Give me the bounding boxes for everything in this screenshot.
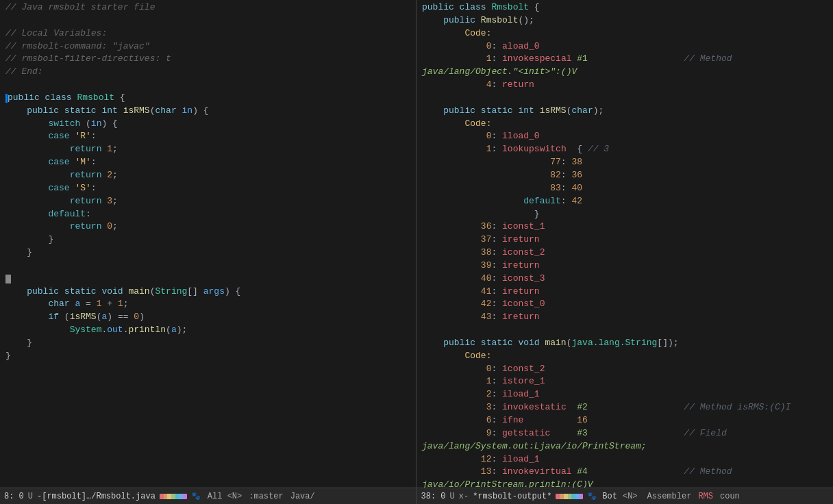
right-filename-prefix: x- <box>459 492 469 501</box>
left-rainbow-bar <box>160 494 187 499</box>
left-icon: 🐾 <box>191 492 201 501</box>
editor-container: // Java rmsbolt starter file // Local Va… <box>0 0 833 504</box>
right-filename: *rmsbolt-output* <box>473 492 551 501</box>
right-mode2: <N> <box>623 492 638 501</box>
right-pane[interactable]: public class Rmsbolt { public Rmsbolt();… <box>416 0 833 488</box>
right-extra: RMS <box>698 492 713 501</box>
statusbar-left: 8: 0 U -[rmsbolt]…/Rmsbolt.java 🐾 All <N… <box>0 488 416 504</box>
left-filetype: Java/ <box>290 492 315 501</box>
right-icon: 🐾 <box>587 492 597 501</box>
right-filetype: Assembler <box>647 492 692 501</box>
right-code-area: public class Rmsbolt { public Rmsbolt();… <box>416 0 833 488</box>
left-pane[interactable]: // Java rmsbolt starter file // Local Va… <box>0 0 416 488</box>
status-row: 8: 0 U -[rmsbolt]…/Rmsbolt.java 🐾 All <N… <box>0 488 833 504</box>
right-mode: U <box>450 492 455 501</box>
statusbar-right: 38: 0 U x-*rmsbolt-output* 🐾 Bot <N> Ass… <box>416 488 834 504</box>
panes: // Java rmsbolt starter file // Local Va… <box>0 0 833 488</box>
left-mode: U <box>28 492 33 501</box>
bot-label: Bot <box>602 492 617 501</box>
left-line-col: 8: 0 <box>4 492 24 501</box>
left-filename: -[rmsbolt]…/Rmsbolt.java <box>37 492 156 501</box>
right-extra2: coun <box>720 492 740 501</box>
right-rainbow-bar <box>556 494 583 499</box>
left-code-area: // Java rmsbolt starter file // Local Va… <box>0 0 416 488</box>
right-line-col: 38: 0 <box>421 492 446 501</box>
left-branch: :master <box>249 492 283 501</box>
left-position: All <N> <box>208 492 242 501</box>
